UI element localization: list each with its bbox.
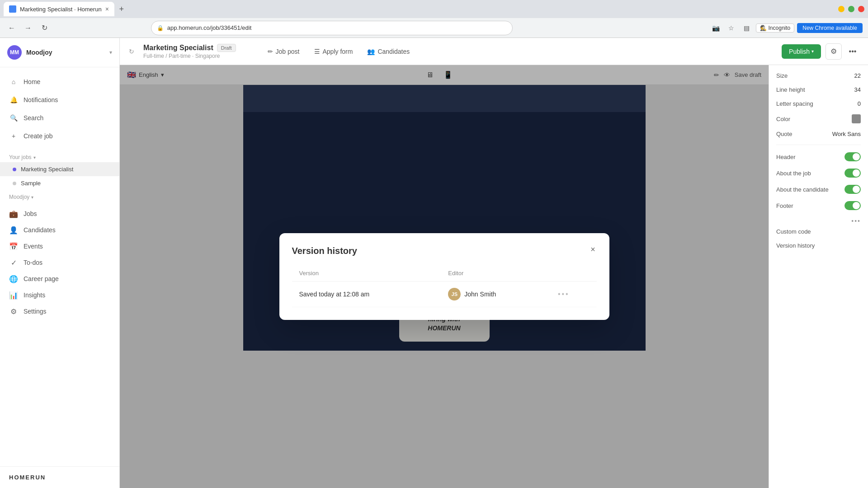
menu-item-label: Career page: [24, 275, 59, 282]
menu-item-label: Insights: [24, 291, 45, 299]
row-actions[interactable]: •••: [551, 282, 597, 307]
sidebar: MM Moodjoy ▾ ⌂ Home 🔔 Notifications 🔍 Se…: [0, 38, 120, 488]
header-toggle[interactable]: [844, 152, 861, 161]
forward-btn[interactable]: →: [22, 22, 34, 34]
menu-item-label: Candidates: [24, 226, 56, 234]
panel-about-candidate-toggle-row: About the candidate: [776, 185, 861, 194]
sidebar-item-notifications[interactable]: 🔔 Notifications: [0, 91, 119, 109]
modal-close-button[interactable]: ×: [586, 242, 600, 257]
tab-close-btn[interactable]: ×: [105, 5, 109, 13]
sidebar-menu: 💼 Jobs 👤 Candidates 📅 Events ✓ To-dos 🌐 …: [0, 202, 119, 323]
sidebar-item-todos[interactable]: ✓ To-dos: [0, 254, 119, 271]
editor-cell: JS John Smith: [441, 282, 551, 307]
sidebar-item-career-page[interactable]: 🌐 Career page: [0, 271, 119, 287]
about-candidate-toggle[interactable]: [844, 185, 861, 194]
chart-icon: 📊: [9, 291, 18, 300]
back-btn[interactable]: ←: [5, 22, 18, 34]
panel-version-history-row[interactable]: Version history: [776, 242, 861, 249]
sidebar-footer: HOMERUN: [0, 466, 119, 488]
size-value: 22: [854, 72, 861, 79]
gear-icon: ⚙: [9, 307, 18, 316]
more-options-button[interactable]: •••: [846, 45, 859, 58]
panel-header-toggle-row: Header: [776, 152, 861, 161]
browser-toolbar: ← → ↻ 🔒 app.homerun.co/job/336451/edit 📷…: [0, 18, 868, 38]
chevron-icon: ▾: [31, 195, 33, 200]
org-name: Moodjoy: [26, 49, 52, 56]
panel-custom-code-row[interactable]: Custom code: [776, 228, 861, 235]
quote-label: Quote: [776, 131, 792, 137]
bookmark-icon-btn[interactable]: ☆: [725, 22, 738, 34]
sidebar-item-home[interactable]: ⌂ Home: [0, 73, 119, 91]
sidebar-item-candidates[interactable]: 👤 Candidates: [0, 222, 119, 238]
your-jobs-section[interactable]: Your jobs ▾: [0, 150, 119, 162]
minimize-btn[interactable]: [838, 6, 844, 12]
quote-font-value: Work Sans: [832, 131, 861, 137]
org-section[interactable]: Moodjoy ▾: [0, 190, 119, 202]
publish-label: Publish: [789, 48, 810, 55]
pencil-icon: ✏: [268, 48, 273, 55]
settings-button[interactable]: ⚙: [826, 43, 842, 60]
footer-toggle[interactable]: [844, 201, 861, 210]
new-tab-btn[interactable]: +: [114, 2, 129, 16]
menu-item-label: Jobs: [24, 210, 37, 217]
panel-dots[interactable]: •••: [776, 217, 861, 225]
globe-icon: 🌐: [9, 274, 18, 283]
color-swatch[interactable]: [852, 114, 861, 123]
home-icon: ⌂: [9, 77, 18, 86]
settings-gear-icon: ⚙: [830, 47, 837, 56]
sidebar-item-search[interactable]: 🔍 Search: [0, 109, 119, 127]
col-version-header: Version: [292, 265, 441, 282]
version-text: Saved today at 12:08 am: [292, 282, 441, 307]
sidebar-header[interactable]: MM Moodjoy ▾: [0, 38, 119, 67]
address-text: app.homerun.co/job/336451/edit: [167, 24, 251, 31]
sidebar-item-jobs[interactable]: 💼 Jobs: [0, 206, 119, 222]
panel-size-row: Size 22: [776, 72, 861, 79]
close-window-btn[interactable]: [858, 6, 864, 12]
person-icon: 👤: [9, 225, 18, 235]
canvas-wrapper: 🇬🇧 English ▾ 🖥 📱 ✏ 👁 Save draft: [120, 65, 769, 488]
maximize-btn[interactable]: [848, 6, 854, 12]
top-bar-right: Publish ▾ ⚙ •••: [782, 43, 859, 60]
panel-letter-spacing-row: Letter spacing 0: [776, 100, 861, 107]
footer-toggle-label: Footer: [776, 202, 793, 209]
browser-tab[interactable]: Marketing Specialist · Homerun ×: [4, 2, 114, 16]
new-chrome-btn[interactable]: New Chrome available: [797, 23, 863, 33]
tab-candidates[interactable]: 👥 Candidates: [361, 45, 416, 58]
sidebar-job-marketing-specialist[interactable]: Marketing Specialist: [0, 162, 119, 176]
tab-apply-form[interactable]: ☰ Apply form: [308, 45, 359, 58]
sidebar-job-sample[interactable]: Sample: [0, 176, 119, 190]
sidebar-item-create-job[interactable]: + Create job: [0, 127, 119, 145]
tab-label: Apply form: [323, 48, 353, 55]
row-more-icon[interactable]: •••: [558, 290, 570, 298]
sidebar-nav: ⌂ Home 🔔 Notifications 🔍 Search + Create…: [0, 67, 119, 150]
plus-icon: +: [9, 131, 18, 141]
panel-line-height-row: Line height 34: [776, 86, 861, 93]
about-job-toggle[interactable]: [844, 169, 861, 178]
refresh-btn[interactable]: ↻: [38, 22, 51, 34]
sidebar-item-settings[interactable]: ⚙ Settings: [0, 303, 119, 319]
bell-icon: 🔔: [9, 95, 18, 104]
version-history-modal: Version history × Version Editor: [279, 233, 609, 320]
menu-item-label: Events: [24, 243, 43, 250]
address-bar[interactable]: 🔒 app.homerun.co/job/336451/edit: [151, 21, 513, 35]
editor-name-cell: JS John Smith: [448, 288, 543, 300]
calendar-icon: 📅: [9, 242, 18, 251]
color-label: Color: [776, 116, 790, 122]
incognito-badge[interactable]: 🕵 Incognito: [756, 23, 795, 33]
sidebar-item-insights[interactable]: 📊 Insights: [0, 287, 119, 303]
check-icon: ✓: [9, 258, 18, 267]
right-panel: Size 22 Line height 34 Letter spacing 0 …: [769, 65, 868, 488]
top-nav: ✏ Job post ☰ Apply form 👥 Candidates: [261, 45, 416, 58]
publish-button[interactable]: Publish ▾: [782, 44, 821, 59]
camera-icon-btn[interactable]: 📷: [710, 22, 722, 34]
briefcase-icon: 💼: [9, 209, 18, 218]
tab-job-post[interactable]: ✏ Job post: [261, 45, 306, 58]
sidebar-toggle-btn[interactable]: ▤: [741, 22, 753, 34]
sidebar-item-label: Notifications: [24, 96, 58, 103]
editor-name: John Smith: [464, 291, 496, 298]
job-item-label: Marketing Specialist: [21, 166, 73, 173]
panel-footer-toggle-row: Footer: [776, 201, 861, 210]
top-bar: ↻ Marketing Specialist Draft Full-time /…: [120, 38, 868, 65]
sidebar-item-events[interactable]: 📅 Events: [0, 238, 119, 254]
panel-quote-row: Quote Work Sans: [776, 131, 861, 137]
